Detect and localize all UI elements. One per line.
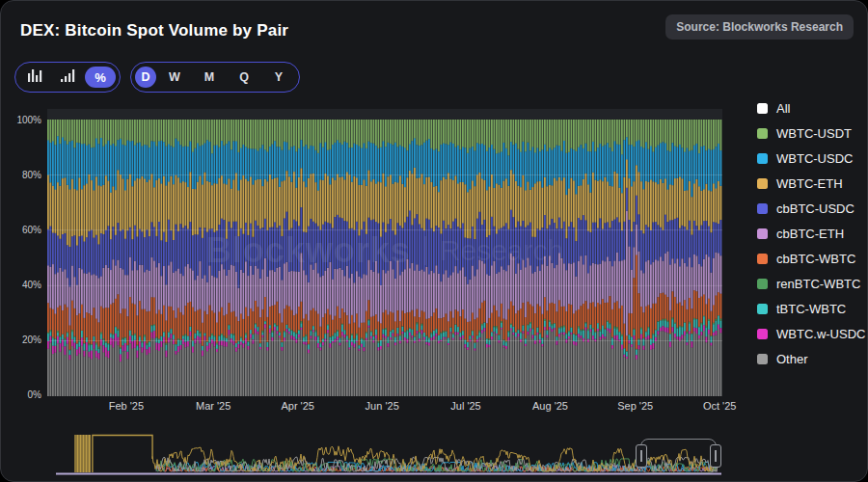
period-button-Q[interactable]: Q (228, 67, 260, 88)
legend-swatch (757, 103, 768, 114)
period-button-D[interactable]: D (135, 67, 156, 88)
legend-swatch (757, 354, 768, 364)
x-tick-label: Jul '25 (450, 400, 480, 412)
navigator-brush-left-handle[interactable] (636, 444, 647, 468)
navigator-canvas[interactable] (56, 433, 721, 475)
x-tick-label: Oct '25 (703, 400, 737, 412)
chart-type-group: % (14, 62, 121, 93)
x-tick-label: Jun '25 (366, 400, 399, 412)
page-title: DEX: Bitcoin Spot Volume by Pair (20, 21, 288, 40)
y-tick-label: 20% (1, 335, 41, 345)
navigator-brush-right-handle[interactable] (710, 444, 721, 468)
legend-item-wbtc-w-usdc[interactable]: WBTC.w-USDC (757, 328, 865, 340)
y-tick-label: 40% (1, 280, 41, 290)
legend-item-other[interactable]: Other (757, 353, 865, 365)
period-group: DWMQY (130, 62, 300, 93)
legend-label: cbBTC-ETH (776, 227, 844, 241)
legend-item-wbtc-eth[interactable]: WBTC-ETH (757, 177, 865, 190)
y-tick-label: 80% (1, 170, 41, 180)
legend-label: cbBTC-USDC (776, 201, 854, 216)
legend-label: WBTC-USDT (776, 126, 852, 141)
legend-item-cbbtc-usdc[interactable]: cbBTC-USDC (757, 202, 865, 215)
legend-item-wbtc-usdt[interactable]: WBTC-USDT (757, 127, 865, 140)
toolbar: % DWMQY (14, 62, 300, 93)
legend-item-renbtc-wbtc[interactable]: renBTC-WBTC (757, 278, 865, 290)
percent-icon: % (95, 70, 106, 85)
x-tick-label: Aug '25 (532, 400, 568, 412)
grouped-bar-icon (27, 68, 42, 87)
navigator (56, 433, 721, 475)
legend-item-cbbtc-eth[interactable]: cbBTC-ETH (757, 228, 865, 240)
legend-label: cbBTC-WBTC (776, 252, 855, 266)
legend-label: renBTC-WBTC (776, 277, 860, 291)
x-tick-label: Sep '25 (617, 400, 653, 412)
legend-label: WBTC.w-USDC (776, 327, 865, 341)
percent-view-button[interactable]: % (85, 67, 116, 88)
legend-swatch (757, 304, 768, 314)
ascending-bar-icon (60, 68, 75, 87)
legend-swatch (757, 254, 768, 264)
legend-swatch (757, 128, 768, 139)
legend-swatch (757, 178, 768, 189)
y-tick-label: 100% (1, 115, 41, 125)
legend: AllWBTC-USDTWBTC-USDCWBTC-ETHcbBTC-USDCc… (757, 102, 865, 365)
legend-item-cbbtc-wbtc[interactable]: cbBTC-WBTC (757, 253, 865, 265)
legend-item-all[interactable]: All (757, 102, 865, 115)
legend-swatch (757, 228, 768, 239)
legend-item-tbtc-wbtc[interactable]: tBTC-WBTC (757, 303, 865, 315)
legend-label: All (776, 101, 790, 116)
legend-label: Other (776, 352, 808, 366)
grouped-bar-chart-button[interactable] (19, 67, 50, 88)
volume-stacked-bar-canvas[interactable] (47, 120, 722, 396)
x-tick-label: Mar '25 (196, 400, 231, 412)
navigator-brush-window[interactable] (640, 439, 717, 473)
legend-swatch (757, 329, 768, 339)
chart-card: DEX: Bitcoin Spot Volume by Pair Source:… (0, 0, 868, 482)
period-button-Y[interactable]: Y (262, 67, 295, 88)
legend-swatch (757, 279, 768, 289)
legend-item-wbtc-usdc[interactable]: WBTC-USDC (757, 152, 865, 165)
legend-label: WBTC-ETH (776, 176, 843, 191)
period-button-M[interactable]: M (193, 67, 226, 88)
legend-swatch (757, 203, 768, 214)
x-tick-label: Feb '25 (109, 400, 144, 412)
y-tick-label: 0% (1, 389, 41, 400)
source-badge: Source: Blockworks Research (665, 14, 854, 40)
y-tick-label: 60% (1, 225, 41, 235)
x-tick-label: Apr '25 (281, 400, 314, 412)
legend-swatch (757, 153, 768, 164)
ascending-bar-chart-button[interactable] (52, 67, 83, 88)
period-button-W[interactable]: W (158, 67, 191, 88)
legend-label: tBTC-WBTC (776, 302, 846, 316)
legend-label: WBTC-USDC (776, 151, 853, 166)
